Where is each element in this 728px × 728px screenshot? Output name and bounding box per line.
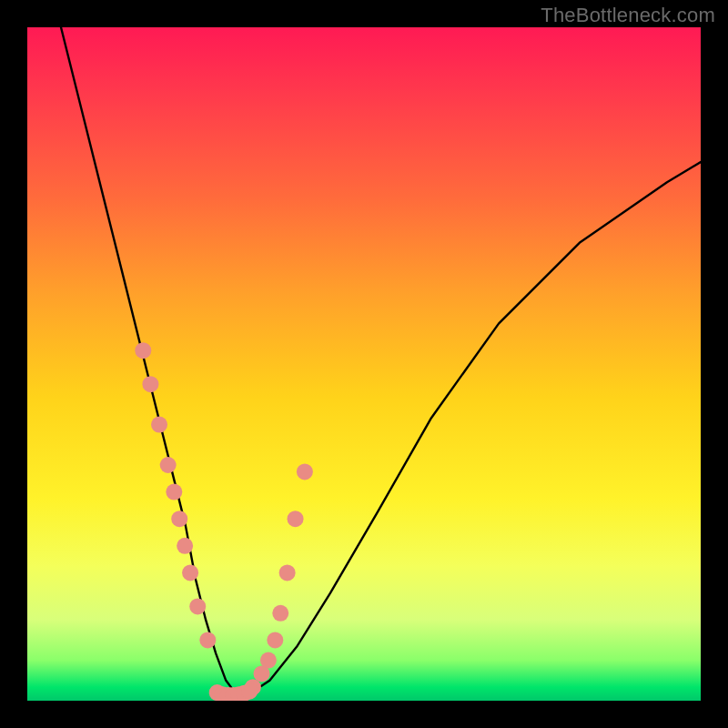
marker-dot [171,511,187,527]
marker-dot [267,632,283,648]
marker-dot [241,683,258,700]
series-path [61,27,701,694]
marker-dot [199,632,216,648]
marker-dot [151,417,167,433]
watermark-text: TheBottleneck.com [541,4,715,27]
marker-dot [142,376,158,392]
marker-dot [272,605,288,622]
marker-dot [182,564,198,581]
plot-area [27,27,701,701]
marker-dot [160,457,177,473]
marker-dot [135,342,151,359]
chart-svg [27,27,701,701]
marker-dot [177,538,193,554]
marker-dot [279,564,296,581]
marker-dot [288,511,304,527]
marker-dot [189,598,206,614]
marker-dot [166,484,182,500]
marker-dot [260,652,277,669]
marker-dot [297,463,313,480]
chart-frame: TheBottleneck.com [0,0,728,728]
